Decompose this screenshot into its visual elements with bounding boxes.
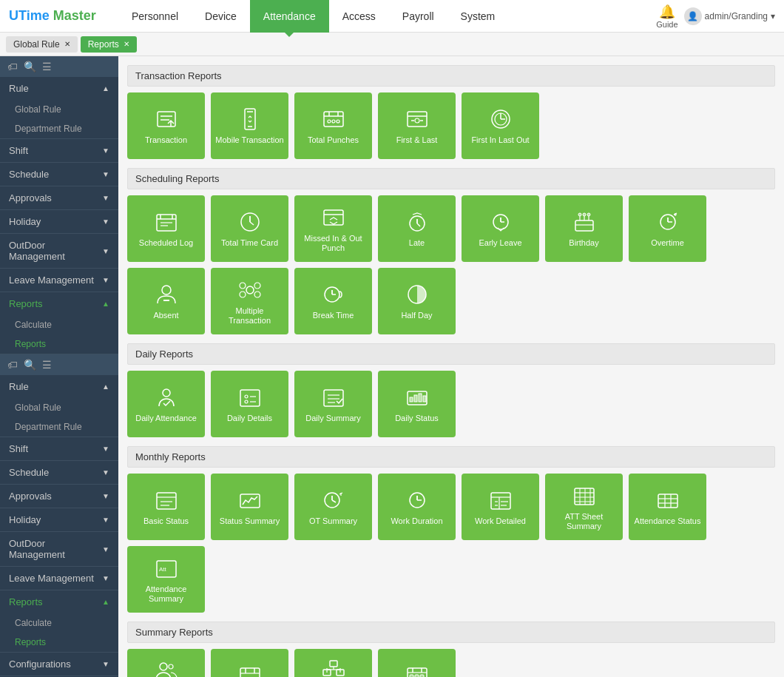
svg-rect-122 (330, 661, 337, 667)
transaction-grid: Transaction Mobile Transaction (127, 92, 775, 159)
tab-reports[interactable]: Reports ✕ (81, 36, 137, 53)
sidebar-tag-icon[interactable]: 🏷 (7, 61, 18, 73)
sidebar-holiday-header[interactable]: Holiday ▼ (0, 210, 118, 233)
svg-point-67 (245, 395, 248, 398)
sidebar-rule-label: Rule (9, 83, 29, 94)
card-first-last[interactable]: First & Last (378, 92, 456, 159)
card-department-summary[interactable]: Department Summary (294, 649, 372, 677)
sidebar-outdoor-header-2[interactable]: OutDoor Management ▼ (0, 532, 118, 566)
sidebar-reports-sub-1[interactable]: Reports (0, 334, 118, 354)
sidebar-section-shift-2: Shift ▼ (0, 437, 118, 461)
card-att-sheet-summary[interactable]: ATT Sheet Summary (545, 474, 623, 540)
sidebar-schedule-header-2[interactable]: Schedule ▼ (0, 461, 118, 484)
nav-personnel[interactable]: Personnel (118, 0, 192, 33)
sidebar-search-icon-2[interactable]: 🔍 (24, 359, 36, 371)
card-multiple-transaction[interactable]: Multiple Transaction (211, 268, 288, 334)
svg-rect-14 (408, 112, 427, 127)
nav-access[interactable]: Access (329, 0, 389, 33)
card-daily-status[interactable]: Daily Status (378, 371, 456, 437)
sidebar-config-header[interactable]: Configurations ▼ (0, 653, 118, 676)
sidebar-tag-icon-2[interactable]: 🏷 (7, 359, 18, 371)
sidebar-global-rule[interactable]: Global Rule (0, 100, 118, 119)
card-basic-status[interactable]: Basic Status (127, 474, 205, 540)
sidebar-department-rule[interactable]: Department Rule (0, 119, 118, 138)
svg-line-31 (250, 222, 254, 225)
card-ot-summary[interactable]: OT Summary (294, 474, 372, 540)
card-work-duration[interactable]: Work Duration (378, 474, 456, 540)
sidebar-section-1: 🏷 🔍 ☰ Rule ▲ Global Rule Department Rule (0, 56, 118, 139)
sidebar-department-rule-2[interactable]: Department Rule (0, 417, 118, 437)
card-missed-in-out[interactable]: Missed In & Out Punch (294, 195, 372, 262)
sidebar-reports-header-2[interactable]: Reports ▲ (0, 590, 118, 613)
sidebar-rule-header-2[interactable]: Rule ▲ (0, 375, 118, 398)
sidebar-holiday-label-2: Holiday (9, 514, 41, 525)
card-first-last-label: First & Last (396, 135, 438, 145)
card-yearly-summary[interactable]: Yearly Summary (378, 649, 456, 677)
card-attendance-summary[interactable]: Att Attendance Summary (127, 546, 205, 613)
card-break-time[interactable]: Break Time (294, 268, 372, 334)
sidebar-rule-header[interactable]: Rule ▲ (0, 77, 118, 100)
card-total-punches[interactable]: Total Punches (294, 92, 372, 159)
sidebar-menu-icon-2[interactable]: ☰ (42, 359, 52, 371)
card-leave-summary[interactable]: Leave Summary (211, 649, 288, 677)
sidebar-approvals-header-2[interactable]: Approvals ▼ (0, 485, 118, 508)
sidebar-global-rule-2[interactable]: Global Rule (0, 398, 118, 417)
card-work-detailed[interactable]: Work Detailed (462, 474, 539, 540)
card-daily-summary[interactable]: Daily Summary (294, 371, 372, 437)
card-attendance-status[interactable]: Attendance Status (629, 474, 706, 540)
tab-reports-label: Reports (88, 39, 119, 50)
card-late[interactable]: Late (378, 195, 456, 262)
sidebar-approvals-chevron: ▼ (102, 194, 109, 202)
nav-attendance[interactable]: Attendance (250, 0, 329, 33)
sidebar-outdoor-header[interactable]: OutDoor Management ▼ (0, 234, 118, 268)
sidebar-shift-header-2[interactable]: Shift ▼ (0, 437, 118, 460)
sidebar-approvals-label: Approvals (9, 192, 52, 203)
sidebar-schedule-header[interactable]: Schedule ▼ (0, 163, 118, 186)
sidebar-shift-header[interactable]: Shift ▼ (0, 139, 118, 162)
sidebar-leave-header-2[interactable]: Leave Management ▼ (0, 567, 118, 590)
card-daily-attendance[interactable]: Daily Attendance (127, 371, 205, 437)
sidebar-section-config: Configurations ▼ (0, 653, 118, 676)
card-birthday-label: Birthday (569, 238, 598, 248)
svg-rect-79 (423, 396, 426, 402)
nav-device[interactable]: Device (192, 0, 250, 33)
card-mobile-transaction[interactable]: Mobile Transaction (211, 92, 288, 159)
card-early-leave[interactable]: Early Leave (462, 195, 539, 262)
sidebar-menu-icon[interactable]: ☰ (42, 61, 52, 73)
sidebar-approvals-header[interactable]: Approvals ▼ (0, 186, 118, 209)
sidebar-section-approvals-2: Approvals ▼ (0, 485, 118, 508)
card-status-summary[interactable]: Status Summary (211, 474, 288, 540)
sidebar-search-icon[interactable]: 🔍 (24, 61, 36, 73)
card-overtime[interactable]: Overtime (629, 195, 706, 262)
nav-system[interactable]: System (447, 0, 509, 33)
card-daily-details[interactable]: Daily Details (211, 371, 288, 437)
sidebar-leave-header[interactable]: Leave Management ▼ (0, 269, 118, 292)
card-scheduled-log[interactable]: Scheduled Log (127, 195, 205, 262)
card-daily-summary-label: Daily Summary (305, 414, 361, 423)
guide-button[interactable]: 🔔 Guide (656, 4, 677, 29)
card-absent[interactable]: Absent (127, 268, 205, 334)
tab-reports-close[interactable]: ✕ (124, 40, 129, 48)
card-status-summary-label: Status Summary (220, 516, 280, 526)
sidebar-reports-header-1[interactable]: Reports ▲ (0, 292, 118, 315)
sidebar-calculate-2[interactable]: Calculate (0, 613, 118, 633)
sidebar-reports-sub-2[interactable]: Reports (0, 633, 118, 652)
card-first-in-last-out[interactable]: First In Last Out (462, 92, 539, 159)
nav-payroll[interactable]: Payroll (389, 0, 447, 33)
card-half-day[interactable]: Half Day (378, 268, 456, 334)
card-birthday[interactable]: Birthday (545, 195, 623, 262)
card-daily-attendance-label: Daily Attendance (135, 414, 197, 423)
card-total-time-card[interactable]: Total Time Card (211, 195, 288, 262)
user-info[interactable]: 👤 admin/Granding ▾ (684, 7, 775, 25)
sidebar-outdoor-label-2: OutDoor Management (9, 538, 102, 560)
sidebar-reports-label-1: Reports (9, 298, 43, 309)
sidebar-holiday-header-2[interactable]: Holiday ▼ (0, 508, 118, 531)
svg-point-68 (245, 400, 248, 403)
sidebar-rule-label-2: Rule (9, 381, 29, 392)
tab-global-rule-close[interactable]: ✕ (64, 40, 70, 48)
card-first-in-last-out-label: First In Last Out (471, 135, 529, 145)
card-employee-summary[interactable]: Employee Summary (127, 649, 205, 677)
card-transaction[interactable]: Transaction (127, 92, 205, 159)
tab-global-rule[interactable]: Global Rule ✕ (6, 36, 78, 53)
sidebar-calculate-1[interactable]: Calculate (0, 315, 118, 334)
